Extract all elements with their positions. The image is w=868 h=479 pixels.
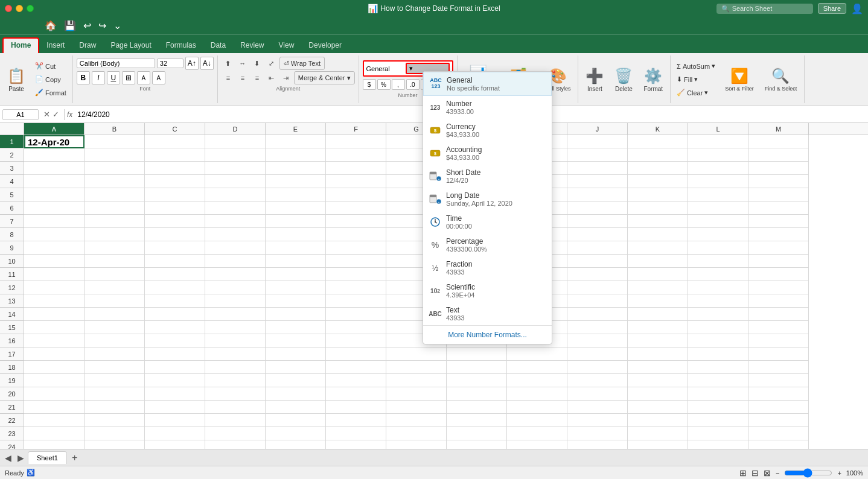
cell-L11[interactable]	[688, 268, 748, 281]
save-icon[interactable]: 💾	[62, 19, 78, 33]
cell-B21[interactable]	[85, 401, 145, 414]
cell-A18[interactable]	[24, 361, 85, 374]
cell-H22[interactable]	[447, 414, 507, 427]
tab-draw[interactable]: Draw	[72, 39, 103, 53]
cell-C3[interactable]	[145, 162, 205, 175]
row-header-18[interactable]: 18	[0, 361, 24, 374]
cell-M14[interactable]	[748, 308, 809, 321]
cell-F13[interactable]	[326, 294, 386, 308]
cell-E7[interactable]	[266, 215, 326, 228]
cell-F10[interactable]	[326, 255, 386, 268]
cell-J7[interactable]	[567, 215, 628, 228]
cell-L6[interactable]	[688, 201, 748, 215]
cell-E10[interactable]	[266, 255, 326, 268]
cell-D21[interactable]	[205, 401, 266, 414]
tab-page-layout[interactable]: Page Layout	[103, 39, 158, 53]
cell-F6[interactable]	[326, 201, 386, 215]
cell-J4[interactable]	[567, 175, 628, 188]
cell-L14[interactable]	[688, 308, 748, 321]
merge-center-button[interactable]: Merge & Center ▾	[294, 71, 355, 84]
cell-H20[interactable]	[447, 387, 507, 401]
cell-J6[interactable]	[567, 201, 628, 215]
cell-D2[interactable]	[205, 148, 266, 162]
col-header-D[interactable]: D	[205, 123, 266, 135]
row-header-13[interactable]: 13	[0, 294, 24, 308]
cell-B5[interactable]	[85, 188, 145, 201]
cell-E4[interactable]	[266, 175, 326, 188]
cell-K11[interactable]	[628, 268, 688, 281]
cell-M7[interactable]	[748, 215, 809, 228]
dropdown-item-general[interactable]: ABC123 General No specific format	[423, 72, 552, 96]
cell-L17[interactable]	[688, 347, 748, 361]
cell-D18[interactable]	[205, 361, 266, 374]
cell-C20[interactable]	[145, 387, 205, 401]
cell-B18[interactable]	[85, 361, 145, 374]
cell-C9[interactable]	[145, 241, 205, 255]
cell-M15[interactable]	[748, 321, 809, 334]
cell-A23[interactable]	[24, 427, 85, 440]
cell-A5[interactable]	[24, 188, 85, 201]
share-button[interactable]: Share	[818, 3, 846, 14]
cell-B2[interactable]	[85, 148, 145, 162]
cell-B15[interactable]	[85, 321, 145, 334]
cell-L13[interactable]	[688, 294, 748, 308]
cell-J23[interactable]	[567, 427, 628, 440]
cell-C21[interactable]	[145, 401, 205, 414]
cell-E6[interactable]	[266, 201, 326, 215]
increase-indent-button[interactable]: ⇥	[279, 72, 293, 84]
cell-I22[interactable]	[507, 414, 567, 427]
add-sheet-button[interactable]: +	[68, 452, 81, 463]
cell-B13[interactable]	[85, 294, 145, 308]
cell-F15[interactable]	[326, 321, 386, 334]
cell-D17[interactable]	[205, 347, 266, 361]
row-header-8[interactable]: 8	[0, 228, 24, 241]
cell-K17[interactable]	[628, 347, 688, 361]
cell-K7[interactable]	[628, 215, 688, 228]
cell-K3[interactable]	[628, 162, 688, 175]
cell-M20[interactable]	[748, 387, 809, 401]
cell-C12[interactable]	[145, 281, 205, 294]
cell-L8[interactable]	[688, 228, 748, 241]
cell-B6[interactable]	[85, 201, 145, 215]
cell-K12[interactable]	[628, 281, 688, 294]
row-header-12[interactable]: 12	[0, 281, 24, 294]
cell-B1[interactable]	[85, 135, 145, 148]
search-sheet-bar[interactable]: 🔍 Search Sheet	[716, 4, 813, 14]
cell-E15[interactable]	[266, 321, 326, 334]
cell-L5[interactable]	[688, 188, 748, 201]
cell-J10[interactable]	[567, 255, 628, 268]
cell-K21[interactable]	[628, 401, 688, 414]
cell-A16[interactable]	[24, 334, 85, 347]
row-header-21[interactable]: 21	[0, 401, 24, 414]
cell-B20[interactable]	[85, 387, 145, 401]
cell-J22[interactable]	[567, 414, 628, 427]
sort-filter-button[interactable]: 🔽 Sort & Filter	[720, 57, 759, 102]
cell-D5[interactable]	[205, 188, 266, 201]
cell-B17[interactable]	[85, 347, 145, 361]
cell-C10[interactable]	[145, 255, 205, 268]
col-header-M[interactable]: M	[748, 123, 809, 135]
sheet-nav-prev[interactable]: ◀	[2, 453, 14, 463]
cell-H17[interactable]	[447, 347, 507, 361]
cell-C16[interactable]	[145, 334, 205, 347]
cell-D11[interactable]	[205, 268, 266, 281]
cell-J8[interactable]	[567, 228, 628, 241]
col-header-C[interactable]: C	[145, 123, 205, 135]
undo-icon[interactable]: ↩	[81, 19, 94, 33]
cut-button[interactable]: ✂️ Cut	[31, 60, 70, 73]
cell-D16[interactable]	[205, 334, 266, 347]
cell-K2[interactable]	[628, 148, 688, 162]
tab-formulas[interactable]: Formulas	[159, 39, 203, 53]
cell-M11[interactable]	[748, 268, 809, 281]
cell-F16[interactable]	[326, 334, 386, 347]
cell-L4[interactable]	[688, 175, 748, 188]
currency-mini-button[interactable]: $	[363, 79, 376, 90]
row-header-4[interactable]: 4	[0, 175, 24, 188]
cell-H18[interactable]	[447, 361, 507, 374]
cell-E19[interactable]	[266, 374, 326, 387]
cell-D1[interactable]	[205, 135, 266, 148]
dropdown-item-short-date[interactable]: + Short Date 12/4/20	[423, 165, 552, 188]
cell-E20[interactable]	[266, 387, 326, 401]
dropdown-item-number[interactable]: 123 Number 43933.00	[423, 96, 552, 119]
maximize-button[interactable]	[27, 5, 34, 12]
